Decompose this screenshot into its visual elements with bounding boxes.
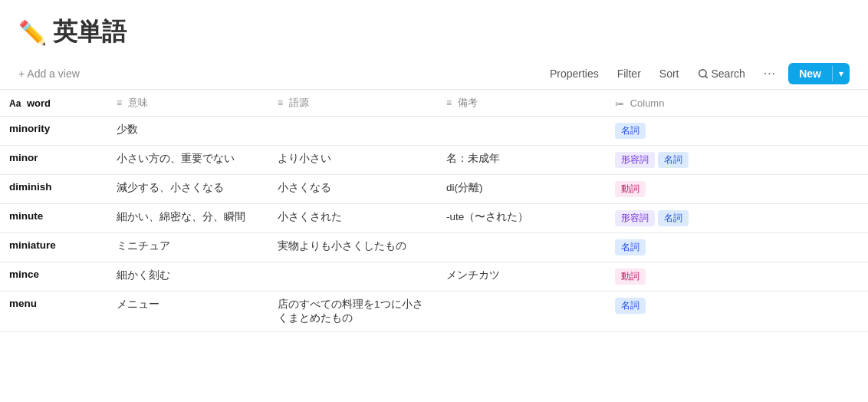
toolbar: + Add a view Properties Filter Sort Sear…: [0, 58, 868, 90]
cell-biko: 名：未成年: [437, 146, 606, 175]
main-table: Aa word ≡ 意味 ≡ 語源 ≡ 備考: [0, 90, 868, 332]
table-row[interactable]: mince細かく刻むメンチカツ動詞: [0, 262, 868, 292]
col-header-word: Aa word: [0, 90, 107, 117]
cell-gogen: 実物よりも小さくしたもの: [268, 233, 437, 262]
tag-doshi: 動詞: [615, 181, 646, 197]
page-title: ✏️ 英単語: [18, 15, 850, 49]
cell-tags: 動詞: [606, 262, 868, 292]
cell-biko: [437, 117, 606, 146]
cell-gogen: より小さい: [268, 146, 437, 175]
title-emoji: ✏️: [18, 19, 47, 46]
title-text: 英単語: [53, 15, 127, 49]
cell-biko: [437, 233, 606, 262]
tag-keiyoshi: 形容詞: [615, 210, 655, 226]
cell-biko: di(分離): [437, 175, 606, 204]
col-label-gogen: 語源: [289, 97, 309, 108]
col-header-column: ≔ Column: [606, 90, 868, 117]
tag-meishi: 名詞: [615, 239, 646, 255]
cell-biko: -ute（〜された）: [437, 204, 606, 233]
table-row[interactable]: menuメニュー店のすべての料理を1つに小さくまとめたもの名詞: [0, 292, 868, 332]
cell-imi: 小さい方の、重要でない: [107, 146, 268, 175]
cell-biko: メンチカツ: [437, 262, 606, 292]
cell-word: mince: [0, 262, 107, 292]
table-row[interactable]: minority少数名詞: [0, 117, 868, 146]
cell-imi: 細かく刻む: [107, 262, 268, 292]
cell-imi: 少数: [107, 117, 268, 146]
properties-label: Properties: [550, 68, 599, 80]
cell-tags: 名詞: [606, 117, 868, 146]
tag-doshi: 動詞: [615, 269, 646, 285]
search-icon: [698, 68, 709, 79]
cell-gogen: [268, 117, 437, 146]
cell-tags: 形容詞名詞: [606, 204, 868, 233]
cell-tags: 名詞: [606, 292, 868, 332]
cell-gogen: 店のすべての料理を1つに小さくまとめたもの: [268, 292, 437, 332]
page-container: ✏️ 英単語 + Add a view Properties Filter So…: [0, 0, 868, 402]
col-label-biko: 備考: [458, 97, 478, 108]
cell-word: menu: [0, 292, 107, 332]
cell-imi: 細かい、綿密な、分、瞬間: [107, 204, 268, 233]
cell-word: minor: [0, 146, 107, 175]
svg-line-1: [705, 76, 707, 78]
table-body: minority少数名詞minor小さい方の、重要でないより小さい名：未成年形容…: [0, 117, 868, 332]
new-caret-button[interactable]: ▾: [833, 64, 850, 84]
tag-keiyoshi: 形容詞: [615, 152, 655, 168]
table-container: Aa word ≡ 意味 ≡ 語源 ≡ 備考: [0, 90, 868, 332]
col-header-biko: ≡ 備考: [437, 90, 606, 117]
cell-word: minute: [0, 204, 107, 233]
filter-label: Filter: [617, 68, 641, 80]
more-options-button[interactable]: ···: [758, 64, 782, 84]
table-row[interactable]: minute細かい、綿密な、分、瞬間小さくされた-ute（〜された）形容詞名詞: [0, 204, 868, 233]
tag-meishi: 名詞: [658, 152, 689, 168]
cell-tags: 形容詞名詞: [606, 146, 868, 175]
col-header-gogen: ≡ 語源: [268, 90, 437, 117]
tag-meishi: 名詞: [658, 210, 689, 226]
toolbar-right: Properties Filter Sort Search ··· New ▾: [544, 63, 850, 84]
cell-gogen: 小さくされた: [268, 204, 437, 233]
col-label-word: word: [27, 97, 51, 109]
sort-button[interactable]: Sort: [653, 64, 686, 83]
col-label-imi: 意味: [128, 97, 148, 108]
properties-button[interactable]: Properties: [544, 64, 605, 83]
col-icon-biko: ≡: [446, 97, 452, 108]
col-icon-imi: ≡: [117, 97, 122, 108]
cell-tags: 動詞: [606, 175, 868, 204]
cell-imi: メニュー: [107, 292, 268, 332]
col-header-imi: ≡ 意味: [107, 90, 268, 117]
col-label-column: Column: [630, 97, 665, 109]
col-icon-gogen: ≡: [278, 97, 283, 108]
add-view-label: + Add a view: [18, 68, 80, 80]
col-icon-column: ≔: [615, 98, 624, 109]
cell-tags: 名詞: [606, 233, 868, 262]
col-icon-word: Aa: [9, 98, 21, 109]
dots-label: ···: [764, 67, 776, 81]
cell-gogen: 小さくなる: [268, 175, 437, 204]
tag-meishi: 名詞: [615, 123, 646, 139]
new-button[interactable]: New: [788, 63, 832, 84]
table-row[interactable]: minor小さい方の、重要でないより小さい名：未成年形容詞名詞: [0, 146, 868, 175]
new-button-group: New ▾: [788, 63, 850, 84]
cell-word: minority: [0, 117, 107, 146]
tag-meishi: 名詞: [615, 298, 646, 314]
cell-biko: [437, 292, 606, 332]
filter-button[interactable]: Filter: [611, 64, 647, 83]
cell-imi: ミニチュア: [107, 233, 268, 262]
cell-word: miniature: [0, 233, 107, 262]
table-header: Aa word ≡ 意味 ≡ 語源 ≡ 備考: [0, 90, 868, 117]
add-view-button[interactable]: + Add a view: [18, 68, 80, 80]
search-label: Search: [712, 68, 745, 80]
cell-gogen: [268, 262, 437, 292]
sort-label: Sort: [659, 68, 679, 80]
page-header: ✏️ 英単語: [0, 0, 868, 58]
table-row[interactable]: diminish減少する、小さくなる小さくなるdi(分離)動詞: [0, 175, 868, 204]
cell-word: diminish: [0, 175, 107, 204]
table-row[interactable]: miniatureミニチュア実物よりも小さくしたもの名詞: [0, 233, 868, 262]
search-button[interactable]: Search: [692, 64, 751, 83]
cell-imi: 減少する、小さくなる: [107, 175, 268, 204]
